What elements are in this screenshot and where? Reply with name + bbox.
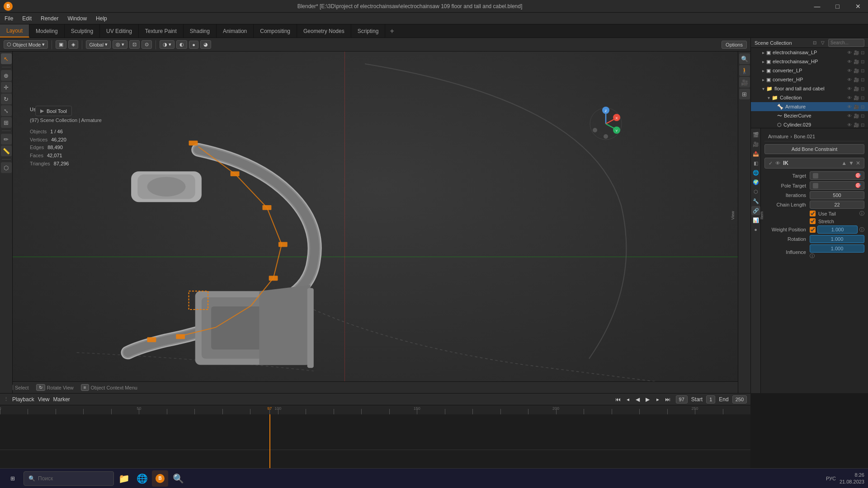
chain-length-input[interactable]: 22 xyxy=(810,201,864,209)
tab-animation[interactable]: Animation xyxy=(217,24,254,38)
constraint-down-icon[interactable]: ▼ xyxy=(849,160,854,166)
tab-texture-paint[interactable]: Texture Paint xyxy=(139,24,184,38)
menu-window[interactable]: Window xyxy=(63,13,91,24)
tab-uv-editing[interactable]: UV Editing xyxy=(100,24,139,38)
global-transform-btn[interactable]: Global ▾ xyxy=(86,40,111,49)
tab-geometry-nodes[interactable]: Geometry Nodes xyxy=(297,24,351,38)
viewport-display-btn[interactable]: ▣ xyxy=(56,40,66,49)
constraint-up-icon[interactable]: ▲ xyxy=(841,160,847,166)
taskbar-browser-icon[interactable]: 🌐 xyxy=(134,470,150,487)
options-button[interactable]: Options xyxy=(722,41,747,49)
measure-btn[interactable]: 📏 xyxy=(1,145,12,156)
viewport-display-btn2[interactable]: ◈ xyxy=(68,40,78,49)
outliner-item-armature[interactable]: 🦴 Armature 👁 🎥 ⊡ xyxy=(751,102,868,111)
jump-end-btn[interactable]: ⏭ xyxy=(663,395,672,404)
add-bone-constraint-btn[interactable]: Add Bone Constraint xyxy=(764,144,864,154)
current-frame-input[interactable]: 97 xyxy=(676,395,688,404)
move-tool-btn[interactable]: ✛ xyxy=(1,82,12,93)
constraint-delete-icon[interactable]: ✕ xyxy=(856,160,860,166)
tab-sculpting[interactable]: Sculpting xyxy=(65,24,100,38)
maximize-button[interactable]: □ xyxy=(827,0,848,13)
pole-target-field[interactable]: 🎯 xyxy=(810,181,864,190)
tab-modeling[interactable]: Modeling xyxy=(29,24,65,38)
minimize-button[interactable]: — xyxy=(807,0,827,13)
view-region-btn[interactable]: 🔍 xyxy=(739,53,750,64)
constraint-expand-icon[interactable]: ✓ xyxy=(769,160,773,166)
rotation-input[interactable]: 1.000 xyxy=(810,235,864,243)
render-region-btn[interactable]: ⊞ xyxy=(739,89,750,99)
menu-help[interactable]: Help xyxy=(91,13,112,24)
outliner-item-converter_lp[interactable]: ▸ ▣ converter_LP 👁 🎥 ⊡ xyxy=(751,66,868,75)
transform-pivot-btn[interactable]: ◎ ▾ xyxy=(113,40,127,49)
outliner-item-electrochainsaw_lp[interactable]: ▸ ▣ electrochainsaw_LP 👁 🎥 ⊡ xyxy=(751,48,868,57)
step-back-btn[interactable]: ◂ xyxy=(623,395,632,404)
jump-start-btn[interactable]: ⏮ xyxy=(613,395,623,404)
add-workspace-button[interactable]: + xyxy=(385,27,398,35)
viewport-shading-2[interactable]: ● xyxy=(189,41,198,49)
weight-position-input[interactable]: 1.000 xyxy=(817,225,858,234)
target-field[interactable]: 🎯 xyxy=(810,171,864,180)
menu-edit[interactable]: Edit xyxy=(18,13,36,24)
outliner-item-electrochainsaw_hp[interactable]: ▸ ▣ electrochainsaw_HP 👁 🎥 ⊡ xyxy=(751,57,868,66)
select-tool-btn[interactable]: ↖ xyxy=(1,53,12,64)
outliner-item-cylinder.029[interactable]: ⬡ Cylinder.029 👁 🎥 ⊡ xyxy=(751,120,868,128)
filter-icon-1[interactable]: ⊡ xyxy=(811,39,818,47)
props-object-icon[interactable]: ⬡ xyxy=(751,187,760,196)
view-label[interactable]: View xyxy=(38,396,50,403)
props-render-icon[interactable]: 🎥 xyxy=(751,140,760,149)
start-frame-input[interactable]: 1 xyxy=(706,395,715,404)
iterations-input[interactable]: 500 xyxy=(810,191,864,199)
menu-file[interactable]: File xyxy=(0,13,18,24)
outliner-item-floor-and-tall-and-cabel[interactable]: ▾ 📁 floor and tall and cabel 👁 🎥 ⊡ xyxy=(751,84,868,93)
menu-render[interactable]: Render xyxy=(36,13,63,24)
taskbar-search[interactable]: 🔍 Поиск xyxy=(24,471,114,486)
target-picker-icon[interactable]: 🎯 xyxy=(855,173,861,178)
weight-position-checkbox[interactable] xyxy=(810,227,816,233)
tab-compositing[interactable]: Compositing xyxy=(254,24,297,38)
props-view-layer-icon[interactable]: ◧ xyxy=(751,159,760,168)
annotate-btn[interactable]: ✏ xyxy=(1,134,12,145)
viewport-shading-1[interactable]: ◐ xyxy=(176,40,187,49)
sidebar-tab-item[interactable]: Item xyxy=(759,210,764,221)
sidebar-tab-view[interactable]: View xyxy=(730,210,736,221)
start-button[interactable]: ⊞ xyxy=(4,470,22,487)
bone-label[interactable]: Bone.021 xyxy=(794,134,815,139)
scale-tool-btn[interactable]: ⤡ xyxy=(1,105,12,116)
viewport-canvas[interactable]: User Perspective (97) Scene Collection |… xyxy=(13,52,750,393)
stretch-checkbox[interactable] xyxy=(810,218,816,224)
influence-input[interactable]: 1.000 xyxy=(810,244,864,253)
taskbar-explorer-icon[interactable]: 📁 xyxy=(116,470,132,487)
titlebar-controls[interactable]: — □ ✕ xyxy=(807,0,868,13)
playback-label[interactable]: Playback xyxy=(12,396,34,403)
tab-layout[interactable]: Layout xyxy=(0,24,29,38)
mode-selector[interactable]: ⬡ Object Mode ▾ xyxy=(4,40,48,49)
props-modifier-icon[interactable]: 🔧 xyxy=(751,197,760,206)
snap-btn[interactable]: ⊡ xyxy=(129,40,140,49)
outliner-scroll-area[interactable]: ▸ ▣ electrochainsaw_LP 👁 🎥 ⊡ ▸ ▣ electro… xyxy=(751,48,868,128)
tab-shading[interactable]: Shading xyxy=(184,24,217,38)
props-scene-props-icon[interactable]: 🌐 xyxy=(751,168,760,177)
taskbar-app-icon[interactable]: 🔍 xyxy=(170,470,186,487)
render-mode-btn[interactable]: ◑ ▾ xyxy=(160,40,175,49)
close-button[interactable]: ✕ xyxy=(848,0,868,13)
proportional-btn[interactable]: ⊙ xyxy=(142,40,152,49)
rotate-tool-btn[interactable]: ↻ xyxy=(1,94,12,104)
pole-target-picker-icon[interactable]: 🎯 xyxy=(855,183,861,188)
end-frame-input[interactable]: 250 xyxy=(732,395,747,404)
add-primitive-btn[interactable]: ⬡ xyxy=(1,162,12,173)
bool-expand-icon[interactable]: ▶ xyxy=(40,108,44,114)
camera-view-btn[interactable]: 🎥 xyxy=(739,77,750,88)
armature-label[interactable]: Armature xyxy=(768,134,788,139)
outliner-item-beziercurve[interactable]: 〜 BezierCurve 👁 🎥 ⊡ xyxy=(751,111,868,120)
props-material-icon[interactable]: ● xyxy=(751,225,760,234)
outliner-item-converter_hp[interactable]: ▸ ▣ converter_HP 👁 🎥 ⊡ xyxy=(751,75,868,84)
step-forward-btn[interactable]: ▸ xyxy=(653,395,662,404)
outliner-search-input[interactable] xyxy=(828,39,864,47)
tab-scripting[interactable]: Scripting xyxy=(351,24,386,38)
use-tail-checkbox[interactable] xyxy=(810,211,816,216)
props-world-icon[interactable]: 🌍 xyxy=(751,178,760,187)
play-btn[interactable]: ▶ xyxy=(643,395,652,404)
props-scene-icon[interactable]: 🎬 xyxy=(751,130,760,139)
transform-tool-btn[interactable]: ⊞ xyxy=(1,117,12,128)
filter-icon-2[interactable]: ▽ xyxy=(819,39,826,47)
